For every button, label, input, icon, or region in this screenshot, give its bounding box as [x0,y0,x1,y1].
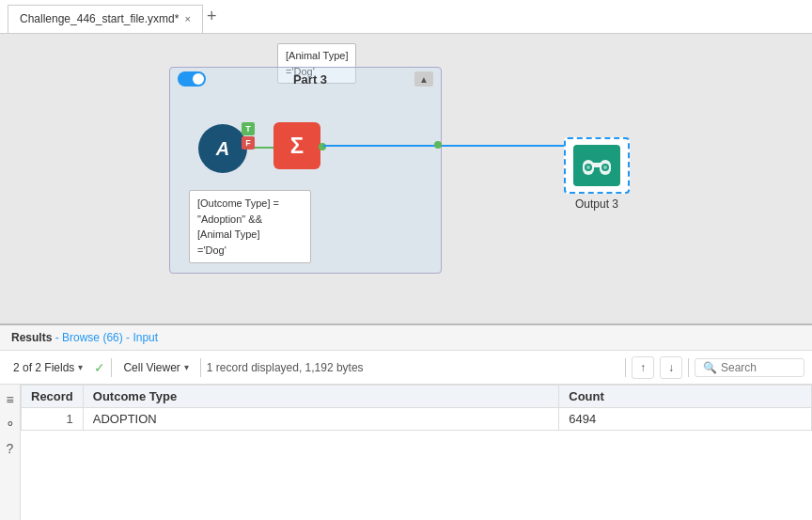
help-icon[interactable]: ? [7,441,14,456]
col-count: Count [559,386,812,408]
data-table: Record Outcome Type Count 1 ADOPTION 649… [21,385,812,431]
fields-button[interactable]: 2 of 2 Fields ▾ [8,359,88,376]
table-header-row: Record Outcome Type Count [22,386,812,408]
divider-1 [111,358,112,377]
binoculars-icon [582,152,612,179]
cell-viewer-chevron-icon: ▾ [184,362,189,372]
fields-label: 2 of 2 Fields [13,361,74,374]
table-area: Record Outcome Type Count 1 ADOPTION 649… [21,385,812,520]
results-title: Results [11,331,52,344]
divider-2 [200,358,201,377]
f-badge: F [242,136,255,150]
add-tab-button[interactable]: + [207,7,217,26]
canvas-area: [Animal Type] ='Dog' Part 3 ▲ A T F Σ [0,34,812,325]
table-row: 1 ADOPTION 6494 [22,408,812,431]
search-icon: 🔍 [703,361,717,374]
alteryx-letter: A [216,138,229,160]
cell-count: 6494 [559,408,812,431]
part3-collapse-button[interactable]: ▲ [414,71,433,87]
alteryx-node[interactable]: A [198,124,247,173]
cell-viewer-label: Cell Viewer [123,361,180,374]
output3-icon [573,145,620,186]
dot-icon[interactable]: ⚬ [5,417,16,432]
t-badge: T [242,122,255,135]
col-outcome-type: Outcome Type [83,386,558,408]
search-input[interactable] [721,361,796,374]
file-tab[interactable]: Challenge_446_start_file.yxmd* × [8,5,203,33]
svg-point-6 [603,165,607,169]
list-icon[interactable]: ≡ [6,392,13,407]
divider-4 [688,358,689,377]
sigma-node[interactable]: Σ [273,122,320,169]
part3-header: Part 3 ▲ [170,68,441,90]
cell-outcome-type: ADOPTION [83,408,558,431]
sort-down-button[interactable]: ↓ [660,356,682,379]
title-bar: Challenge_446_start_file.yxmd* × + [0,0,812,34]
connector-sigma-edge [323,145,443,147]
toolbar: 2 of 2 Fields ▾ ✓ Cell Viewer ▾ 1 record… [0,351,812,385]
condition-box: [Outcome Type] = "Adoption" && [Animal T… [189,190,311,263]
results-panel: Results - Browse (66) - Input 2 of 2 Fie… [0,325,812,520]
results-header: Results - Browse (66) - Input [0,325,812,351]
part3-exit-dot [434,141,442,149]
connector-t-sigma [255,147,273,149]
cell-viewer-button[interactable]: Cell Viewer ▾ [117,359,194,376]
alteryx-node-inner: A [204,130,242,167]
part3-title: Part 3 [293,72,327,87]
left-icons-panel: ≡ ⚬ ? [0,385,21,520]
toolbar-left: 2 of 2 Fields ▾ ✓ Cell Viewer ▾ 1 record… [8,358,364,377]
svg-point-5 [586,165,590,169]
svg-rect-2 [593,163,601,167]
tab-close-icon[interactable]: × [184,13,190,24]
record-info: 1 record displayed, 1,192 bytes [207,361,364,374]
toolbar-right: ↑ ↓ 🔍 [625,356,804,379]
chevron-down-icon: ▾ [78,362,83,372]
output3-node[interactable]: Output 3 [564,137,630,211]
connector-part3-output [440,145,576,147]
output3-box [564,137,630,194]
divider-3 [625,358,626,377]
output3-label: Output 3 [575,197,618,211]
sigma-symbol: Σ [290,133,304,159]
cell-record: 1 [22,408,84,431]
search-box[interactable]: 🔍 [695,358,804,377]
col-record: Record [22,386,84,408]
part3-container: Part 3 ▲ A T F Σ [Outcome Type] = "Adopt… [169,67,442,274]
check-icon[interactable]: ✓ [94,360,105,375]
part3-toggle[interactable] [178,71,206,87]
results-sub: - Browse (66) - Input [55,331,158,344]
sort-up-button[interactable]: ↑ [632,356,654,379]
results-content: ≡ ⚬ ? Record Outcome Type Count 1 ADOPTI… [0,385,812,520]
tab-filename: Challenge_446_start_file.yxmd* [20,12,179,25]
